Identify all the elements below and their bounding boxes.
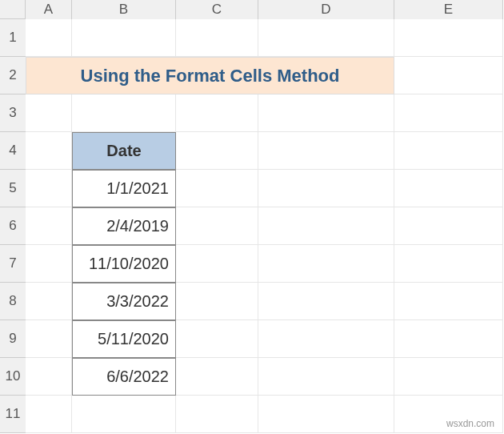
cell-D1[interactable] xyxy=(258,19,394,57)
select-all-corner[interactable] xyxy=(0,0,26,19)
cell-E6[interactable] xyxy=(394,207,503,245)
cell-A6[interactable] xyxy=(26,207,72,245)
cell-A1[interactable] xyxy=(26,19,72,57)
cell-A9[interactable] xyxy=(26,320,72,358)
col-header-A[interactable]: A xyxy=(26,0,72,19)
cell-C5[interactable] xyxy=(176,170,258,207)
row-header-3[interactable]: 3 xyxy=(0,94,26,132)
cell-E1[interactable] xyxy=(394,19,503,57)
table-row[interactable]: 3/3/2022 xyxy=(72,283,176,320)
cell-E8[interactable] xyxy=(394,283,503,320)
watermark-text: wsxdn.com xyxy=(446,418,494,429)
cell-D9[interactable] xyxy=(258,320,394,358)
cell-D3[interactable] xyxy=(258,94,394,132)
row-header-4[interactable]: 4 xyxy=(0,132,26,170)
col-header-E[interactable]: E xyxy=(394,0,503,19)
cell-C3[interactable] xyxy=(176,94,258,132)
cell-D6[interactable] xyxy=(258,207,394,245)
col-header-C[interactable]: C xyxy=(176,0,258,19)
table-row[interactable]: 2/4/2019 xyxy=(72,207,176,245)
cell-A4[interactable] xyxy=(26,132,72,170)
cell-E10[interactable] xyxy=(394,358,503,396)
cell-A8[interactable] xyxy=(26,283,72,320)
table-row[interactable]: 6/6/2022 xyxy=(72,358,176,396)
cell-C4[interactable] xyxy=(176,132,258,170)
row-header-6[interactable]: 6 xyxy=(0,207,26,245)
row-header-8[interactable]: 8 xyxy=(0,283,26,320)
cell-B11[interactable] xyxy=(72,396,176,433)
col-header-D[interactable]: D xyxy=(258,0,394,19)
cell-E9[interactable] xyxy=(394,320,503,358)
table-row[interactable]: 11/10/2020 xyxy=(72,245,176,283)
row-header-1[interactable]: 1 xyxy=(0,19,26,57)
title-banner[interactable]: Using the Format Cells Method xyxy=(26,57,394,94)
table-header-date[interactable]: Date xyxy=(72,132,176,170)
cell-D11[interactable] xyxy=(258,396,394,433)
cell-E7[interactable] xyxy=(394,245,503,283)
col-header-B[interactable]: B xyxy=(72,0,176,19)
cell-D5[interactable] xyxy=(258,170,394,207)
cell-E4[interactable] xyxy=(394,132,503,170)
cell-A10[interactable] xyxy=(26,358,72,396)
row-header-2[interactable]: 2 xyxy=(0,57,26,94)
cell-D10[interactable] xyxy=(258,358,394,396)
cell-D8[interactable] xyxy=(258,283,394,320)
row-header-10[interactable]: 10 xyxy=(0,358,26,396)
cell-C11[interactable] xyxy=(176,396,258,433)
cell-B3[interactable] xyxy=(72,94,176,132)
cell-C8[interactable] xyxy=(176,283,258,320)
cell-B1[interactable] xyxy=(72,19,176,57)
cell-C7[interactable] xyxy=(176,245,258,283)
cell-E2[interactable] xyxy=(394,57,503,94)
cell-A7[interactable] xyxy=(26,245,72,283)
cell-E3[interactable] xyxy=(394,94,503,132)
cell-E5[interactable] xyxy=(394,170,503,207)
cell-C6[interactable] xyxy=(176,207,258,245)
cell-D7[interactable] xyxy=(258,245,394,283)
cell-C1[interactable] xyxy=(176,19,258,57)
cell-A5[interactable] xyxy=(26,170,72,207)
cell-C10[interactable] xyxy=(176,358,258,396)
row-header-11[interactable]: 11 xyxy=(0,396,26,433)
table-row[interactable]: 1/1/2021 xyxy=(72,170,176,207)
cell-D4[interactable] xyxy=(258,132,394,170)
row-header-7[interactable]: 7 xyxy=(0,245,26,283)
row-header-9[interactable]: 9 xyxy=(0,320,26,358)
table-row[interactable]: 5/11/2020 xyxy=(72,320,176,358)
spreadsheet-grid: A B C D E 1 2 Using the Format Cells Met… xyxy=(0,0,504,433)
row-header-5[interactable]: 5 xyxy=(0,170,26,207)
cell-C9[interactable] xyxy=(176,320,258,358)
cell-A11[interactable] xyxy=(26,396,72,433)
cell-A3[interactable] xyxy=(26,94,72,132)
